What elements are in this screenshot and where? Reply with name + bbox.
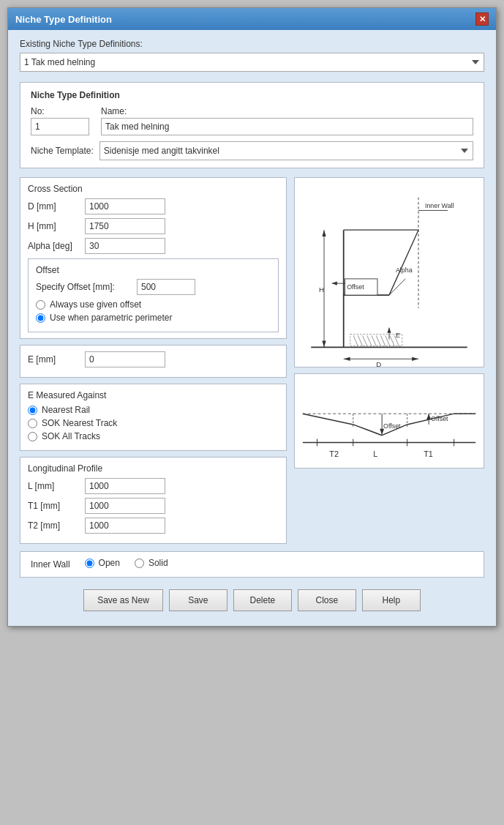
cross-section-svg: H D Inner Wall Alpha: [295, 178, 484, 367]
existing-dropdown-section: Existing Niche Type Definitions: 1 Tak m…: [20, 39, 484, 72]
svg-marker-23: [387, 328, 391, 333]
alpha-field-row: Alpha [deg]: [28, 238, 279, 254]
radio-solid[interactable]: [135, 559, 144, 568]
h-input[interactable]: [85, 218, 165, 234]
radio-open-label: Open: [99, 558, 120, 568]
no-label: No:: [31, 106, 89, 116]
name-label: Name:: [101, 106, 473, 116]
niche-type-title: Niche Type Definition: [31, 90, 473, 100]
radio-nearest-label: Nearest Rail: [42, 405, 90, 415]
radio-open[interactable]: [85, 559, 94, 568]
svg-marker-12: [412, 357, 418, 361]
save-as-new-button[interactable]: Save as New: [83, 589, 163, 611]
svg-line-3: [389, 230, 418, 295]
left-panel: Cross Section D [mm] H [mm] Alpha [deg]: [20, 177, 287, 544]
no-input[interactable]: [31, 118, 89, 135]
svg-text:H: H: [319, 285, 324, 294]
e-against-box: E Measured Against Nearest Rail SOK Near…: [20, 384, 287, 451]
svg-marker-8: [322, 340, 326, 347]
close-button[interactable]: Close: [298, 589, 356, 611]
longitudinal-svg: T2 L T1: [295, 374, 484, 468]
svg-text:Inner Wall: Inner Wall: [425, 202, 454, 209]
svg-line-29: [372, 335, 376, 346]
offset-box: Offset Specify Offset [mm]: Always use g…: [28, 258, 279, 332]
no-name-row: No: Name:: [31, 106, 473, 135]
svg-text:T1: T1: [424, 449, 433, 458]
svg-text:Alpha: Alpha: [396, 266, 413, 274]
t1-input[interactable]: [85, 498, 165, 514]
radio-use-when[interactable]: [36, 313, 45, 323]
d-label: D [mm]: [28, 201, 79, 212]
specify-offset-input[interactable]: [137, 279, 195, 295]
radio-nearest[interactable]: [28, 406, 37, 415]
t2-label: T2 [mm]: [28, 520, 79, 531]
alpha-input[interactable]: [85, 238, 165, 254]
right-panel: H D Inner Wall Alpha: [294, 177, 484, 544]
title-bar: Niche Type Definition ✕: [8, 8, 496, 30]
svg-line-43: [303, 414, 353, 425]
t1-field-row: T1 [mm]: [28, 498, 279, 514]
specify-offset-row: Specify Offset [mm]:: [36, 279, 271, 295]
template-select[interactable]: Sidenisje med angitt takvinkelOther temp…: [99, 141, 473, 160]
main-area: Cross Section D [mm] H [mm] Alpha [deg]: [20, 177, 484, 544]
e-against-title: E Measured Against: [28, 390, 279, 400]
e-input[interactable]: [85, 351, 165, 367]
main-window: Niche Type Definition ✕ Existing Niche T…: [7, 7, 497, 627]
l-field-row: L [mm]: [28, 478, 279, 494]
radio-sok-all[interactable]: [28, 432, 37, 441]
inner-wall-title: Inner Wall: [31, 559, 70, 570]
radio-use-when-row: Use when parametric perimeter: [36, 313, 271, 323]
radio-solid-row: Solid: [135, 558, 168, 568]
svg-text:Offset: Offset: [347, 283, 364, 291]
niche-type-section: Niche Type Definition No: Name: Niche Te…: [20, 82, 484, 168]
longitudinal-section: Longitudinal Profile L [mm] T1 [mm] T2 […: [20, 457, 287, 544]
h-label: H [mm]: [28, 221, 79, 231]
svg-marker-11: [344, 357, 350, 361]
svg-marker-20: [332, 281, 337, 285]
specify-offset-label: Specify Offset [mm]:: [36, 282, 131, 292]
radio-always[interactable]: [36, 300, 45, 310]
name-field: Name:: [101, 106, 473, 135]
radio-nearest-row: Nearest Rail: [28, 405, 279, 415]
svg-text:L: L: [373, 449, 377, 458]
svg-line-27: [363, 335, 367, 346]
radio-sok-all-label: SOK All Tracks: [42, 431, 100, 441]
help-button[interactable]: Help: [362, 589, 421, 611]
window-title: Niche Type Definition: [15, 14, 112, 25]
close-window-button[interactable]: ✕: [475, 12, 489, 26]
svg-marker-52: [380, 429, 384, 435]
l-label: L [mm]: [28, 481, 79, 491]
svg-text:Offset: Offset: [431, 415, 448, 422]
radio-sok-nearest[interactable]: [28, 419, 37, 428]
content-area: Existing Niche Type Definitions: 1 Tak m…: [8, 30, 496, 626]
template-label: Niche Template:: [31, 146, 94, 156]
d-input[interactable]: [85, 198, 165, 214]
inner-wall-box: Inner Wall Open Solid: [20, 551, 484, 578]
template-row: Niche Template: Sidenisje med angitt tak…: [31, 141, 473, 160]
radio-sok-nearest-row: SOK Nearest Track: [28, 418, 279, 428]
alpha-label: Alpha [deg]: [28, 241, 79, 251]
delete-button[interactable]: Delete: [233, 589, 292, 611]
radio-sok-nearest-label: SOK Nearest Track: [42, 418, 117, 428]
svg-line-30: [376, 335, 380, 346]
existing-select[interactable]: 1 Tak med helning2 Another type: [20, 53, 484, 72]
name-input[interactable]: [101, 118, 473, 135]
svg-line-26: [358, 335, 362, 346]
radio-always-row: Always use given offset: [36, 299, 271, 310]
e-label: E [mm]: [28, 354, 79, 365]
radio-open-row: Open: [85, 558, 120, 568]
svg-line-28: [367, 335, 372, 346]
cross-section-diagram: H D Inner Wall Alpha: [294, 177, 484, 367]
t2-input[interactable]: [85, 518, 165, 534]
l-input[interactable]: [85, 478, 165, 494]
radio-always-label: Always use given offset: [50, 299, 141, 310]
t1-label: T1 [mm]: [28, 501, 79, 511]
existing-label: Existing Niche Type Definitions:: [20, 39, 484, 49]
svg-line-25: [353, 335, 358, 346]
e-field-row: E [mm]: [28, 351, 279, 367]
svg-text:E: E: [396, 332, 400, 339]
svg-marker-7: [322, 230, 326, 236]
save-button[interactable]: Save: [169, 589, 227, 611]
no-field: No:: [31, 106, 89, 135]
cross-section-box: Cross Section D [mm] H [mm] Alpha [deg]: [20, 177, 287, 339]
